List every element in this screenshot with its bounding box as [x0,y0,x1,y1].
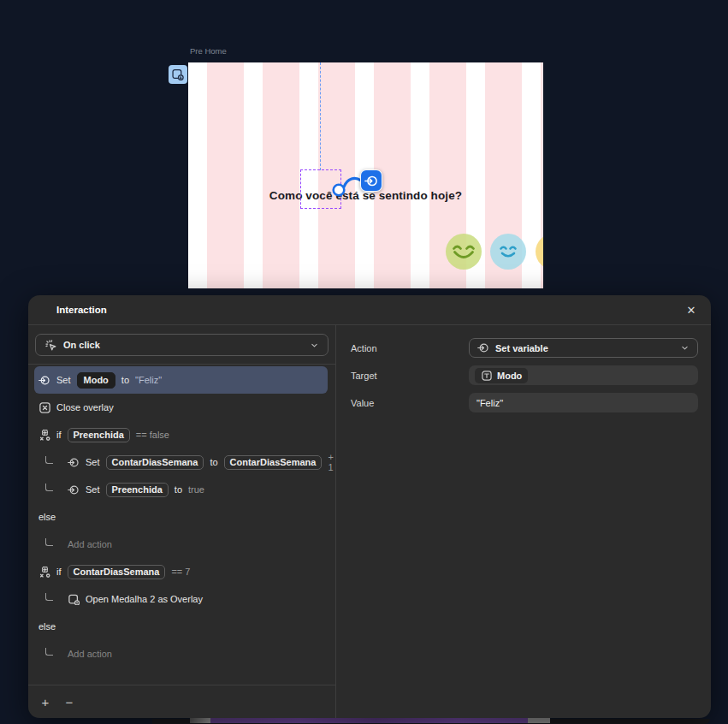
row-text: Open Medalha 2 as Overlay [86,594,203,604]
action-row[interactable]: SetContarDiasSemanatoContarDiasSemana+ 1 [28,448,335,476]
set-variable-badge[interactable] [360,169,382,192]
row-text: if [56,430,62,440]
action-dropdown[interactable]: Set variable [469,338,698,358]
set-variable-icon [38,374,50,386]
set-variable-icon [364,175,378,187]
action-row[interactable]: Open Medalha 2 as Overlay [28,585,335,613]
actions-column: On click SetModoto"Feliz"Close overlayif… [28,325,336,718]
row-text: to [210,457,217,467]
set-variable-icon [68,456,80,468]
interaction-panel: Interaction ✕ On click SetModoto"Feliz"C… [28,295,711,718]
value-field[interactable]: "Feliz" [469,393,698,412]
variable-chip[interactable]: ContarDiasSemana [68,565,166,579]
row-muted-text: == 7 [171,567,190,577]
text-type-icon [481,370,493,382]
row-text: to [121,375,129,385]
alignment-guide-line [320,62,321,170]
indent-corner-icon [45,538,53,546]
emoji-happy[interactable] [490,234,526,270]
add-action-placeholder: Add action [68,539,112,549]
set-variable-icon [68,484,80,496]
action-row[interactable]: ifContarDiasSemana== 7 [28,558,335,585]
backdrop-purple-bar [210,718,528,723]
indent-corner-icon [45,648,53,656]
row-muted-text: true [188,484,204,495]
add-action-button[interactable]: + [39,695,51,709]
action-list: SetModoto"Feliz"Close overlayifPreenchid… [28,366,335,668]
close-overlay-icon [38,401,50,413]
backdrop-bar-cap-left [190,718,210,723]
value-text: "Feliz" [475,398,503,408]
variable-chip[interactable]: ContarDiasSemana [224,455,323,470]
emoji-neutral[interactable] [536,234,543,270]
action-row[interactable]: else [28,613,335,640]
trigger-label: On click [63,340,100,350]
variable-chip[interactable]: Preenchida [68,428,130,442]
conditional-icon [38,566,50,578]
add-action-placeholder: Add action [68,649,112,659]
row-muted-text: + 1 [328,452,335,472]
trigger-dropdown[interactable]: On click [35,334,328,356]
action-row[interactable]: Add action [28,640,335,668]
action-row[interactable]: ifPreenchida== false [28,421,335,448]
row-text: else [38,512,56,522]
details-column: Action Set variable Target Modo Value [336,325,711,718]
row-text: Close overlay [56,402,114,412]
divider [28,364,335,365]
set-variable-icon [477,342,489,354]
target-field[interactable]: Modo [469,365,698,385]
target-chip-label: Modo [497,371,522,381]
indent-corner-icon [45,593,53,601]
row-text: else [38,621,56,632]
action-row[interactable]: SetModoto"Feliz" [34,366,328,394]
indent-corner-icon [45,456,53,464]
panel-header: Interaction ✕ [28,295,711,325]
row-text: if [56,567,62,577]
row-text: Set [86,484,100,495]
row-text: to [175,484,182,495]
value-label: Value [351,398,469,408]
action-label: Action [351,343,469,353]
action-row[interactable]: Add action [28,531,335,558]
overlay-icon [68,593,80,605]
variable-chip[interactable]: Modo [475,368,528,383]
on-click-icon [44,339,56,351]
emoji-very-happy[interactable] [446,234,482,270]
indent-corner-icon [45,484,53,491]
row-muted-text: == false [136,430,169,440]
close-icon[interactable]: ✕ [684,302,699,317]
row-text: Set [86,457,100,467]
remove-action-button[interactable]: − [63,695,75,709]
action-value: Set variable [495,343,548,353]
action-row[interactable]: Close overlay [28,394,335,421]
open-overlay-destination-icon[interactable] [169,65,187,84]
variable-chip[interactable]: ContarDiasSemana [106,455,204,470]
row-text: Set [56,375,71,385]
action-row[interactable]: SetPreenchidatotrue [28,476,335,503]
variable-chip[interactable]: Modo [77,372,115,389]
chevron-down-icon [680,343,690,353]
panel-title: Interaction [56,305,107,315]
frame-label[interactable]: Pre Home [190,46,227,56]
panel-footer: + − [28,685,335,718]
conditional-icon [38,429,50,441]
target-label: Target [351,371,469,381]
row-muted-text: "Feliz" [135,375,162,385]
backdrop-bar-cap-right [528,718,550,723]
variable-chip[interactable]: Preenchida [106,483,169,497]
action-row[interactable]: else [28,503,335,531]
chevron-down-icon [310,341,319,350]
